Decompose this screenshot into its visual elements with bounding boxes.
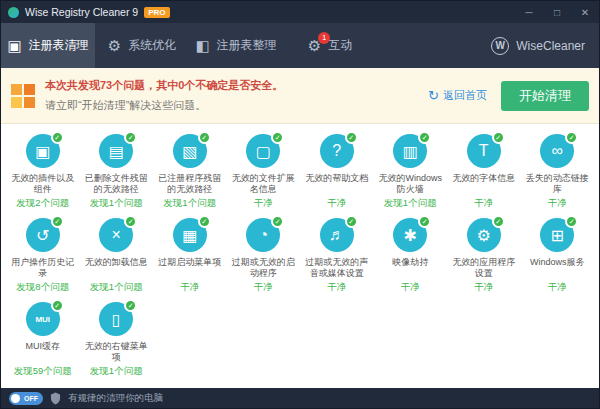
scan-item-status[interactable]: 发现1个问题 xyxy=(90,281,143,294)
scan-item-icon-wrap: ↺✓ xyxy=(24,216,62,254)
maximize-button[interactable]: □ xyxy=(543,1,571,23)
check-icon[interactable]: ✓ xyxy=(124,215,137,228)
scan-item-label: 无效的插件以及组件 xyxy=(8,173,78,194)
scan-item-label: 映像劫持 xyxy=(375,257,445,278)
check-icon[interactable]: ✓ xyxy=(51,131,64,144)
scan-item-icon-wrap: ♬✓ xyxy=(318,216,356,254)
check-icon[interactable]: ✓ xyxy=(124,131,137,144)
scan-item-label: 无效的应用程序设置 xyxy=(449,257,519,278)
start-clean-button[interactable]: 开始清理 xyxy=(501,81,589,111)
scan-result-summary: 本次共发现73个问题，其中0个不确定是否安全。 xyxy=(45,78,283,93)
scan-item[interactable]: ?✓无效的帮助文档干净 xyxy=(300,132,374,216)
scan-item-status[interactable]: 发现1个问题 xyxy=(90,365,143,378)
scan-item-label: 过期启动菜单项 xyxy=(155,257,225,278)
scan-item[interactable]: ⚙✓无效的应用程序设置干净 xyxy=(447,216,521,300)
summary-grid-icon xyxy=(11,84,35,108)
scan-item-icon-wrap: ◔✓ xyxy=(244,216,282,254)
scan-item-label: MUI缓存 xyxy=(8,341,78,362)
scan-item-label: 无效的右键菜单项 xyxy=(81,341,151,362)
check-icon[interactable]: ✓ xyxy=(492,215,505,228)
scan-item-status[interactable]: 发现1个问题 xyxy=(163,197,216,210)
scan-item[interactable]: ◔✓过期或无效的启动程序干净 xyxy=(227,216,301,300)
refresh-icon: ↻ xyxy=(428,88,439,103)
scan-item-icon-wrap: ⊞✓ xyxy=(538,216,576,254)
check-icon[interactable]: ✓ xyxy=(345,131,358,144)
close-button[interactable]: ✕ xyxy=(571,1,599,23)
scan-item[interactable]: ▯✓无效的右键菜单项发现1个问题 xyxy=(80,300,154,384)
check-icon[interactable]: ✓ xyxy=(418,215,431,228)
tab-system-tuneup[interactable]: ⚙系统优化 xyxy=(95,23,189,68)
scan-item[interactable]: ♬✓过期或无效的声音或媒体设置干净 xyxy=(300,216,374,300)
scan-item[interactable]: ∞✓丢失的动态链接库干净 xyxy=(521,132,595,216)
scan-item-status: 干净 xyxy=(401,281,420,294)
scan-item-icon-wrap: ▢✓ xyxy=(244,132,282,170)
scan-item-status: 干净 xyxy=(254,197,273,210)
scan-item-icon-wrap: ▧✓ xyxy=(171,132,209,170)
scan-item-icon-wrap: ▥✓ xyxy=(391,132,429,170)
check-icon[interactable]: ✓ xyxy=(492,131,505,144)
scan-item[interactable]: ✱✓映像劫持干净 xyxy=(374,216,448,300)
tab-label: 注册表清理 xyxy=(29,37,89,54)
shield-icon xyxy=(50,392,61,405)
scan-item-status[interactable]: 发现59个问题 xyxy=(14,365,72,378)
back-home-link[interactable]: ↻ 返回首页 xyxy=(428,88,487,103)
scan-item[interactable]: ▤✓已删除文件残留的无效路径发现1个问题 xyxy=(80,132,154,216)
scan-item-status[interactable]: 发现1个问题 xyxy=(90,197,143,210)
check-icon[interactable]: ✓ xyxy=(418,131,431,144)
scan-item-status: 干净 xyxy=(180,281,199,294)
scan-item[interactable]: ⊞✓Windows服务干净 xyxy=(521,216,595,300)
app-window: Wise Registry Cleaner 9 PRO ─ □ ✕ ▣注册表清理… xyxy=(0,0,600,409)
scan-item[interactable]: T✓无效的字体信息干净 xyxy=(447,132,521,216)
title-bar: Wise Registry Cleaner 9 PRO ─ □ ✕ xyxy=(1,1,599,23)
check-icon[interactable]: ✓ xyxy=(345,215,358,228)
scan-item-status: 干净 xyxy=(548,281,567,294)
check-icon[interactable]: ✓ xyxy=(51,299,64,312)
tab-registry-clean[interactable]: ▣注册表清理 xyxy=(1,23,95,68)
notice-texts: 本次共发现73个问题，其中0个不确定是否安全。 请立即“开始清理”解决这些问题。 xyxy=(45,78,283,113)
check-icon[interactable]: ✓ xyxy=(565,131,578,144)
scan-item[interactable]: ▦✓过期启动菜单项干净 xyxy=(153,216,227,300)
scan-item-icon-wrap: ▦✓ xyxy=(171,216,209,254)
check-icon[interactable]: ✓ xyxy=(51,215,64,228)
check-icon[interactable]: ✓ xyxy=(124,299,137,312)
scan-item-status[interactable]: 发现1个问题 xyxy=(384,197,437,210)
tab-registry-defrag[interactable]: ◧注册表整理 xyxy=(189,23,283,68)
toggle-label: OFF xyxy=(24,395,38,402)
tab-label: 互动 xyxy=(328,37,352,54)
gear-icon: ⚙ xyxy=(108,38,121,53)
scan-item[interactable]: MUI✓MUI缓存发现59个问题 xyxy=(6,300,80,384)
scan-item-icon-wrap: ▯✓ xyxy=(97,300,135,338)
window-title: Wise Registry Cleaner 9 xyxy=(25,6,138,18)
defrag-icon: ◧ xyxy=(195,38,209,53)
scheduled-clean-toggle[interactable]: OFF xyxy=(9,392,43,405)
check-icon[interactable]: ✓ xyxy=(565,215,578,228)
scan-item-label: Windows服务 xyxy=(522,257,592,278)
scan-item-status: 干净 xyxy=(548,197,567,210)
check-icon[interactable]: ✓ xyxy=(198,131,211,144)
window-controls: ─ □ ✕ xyxy=(515,1,599,23)
scan-item[interactable]: ▥✓无效的Windows防火墙发现1个问题 xyxy=(374,132,448,216)
tab-community[interactable]: ⚙1互动 xyxy=(283,23,377,68)
check-icon[interactable]: ✓ xyxy=(271,131,284,144)
minimize-button[interactable]: ─ xyxy=(515,1,543,23)
scan-item-label: 过期或无效的声音或媒体设置 xyxy=(302,257,372,278)
tab-label: 注册表整理 xyxy=(217,37,277,54)
scan-item[interactable]: ×✓无效的卸载信息发现1个问题 xyxy=(80,216,154,300)
scan-item-icon-wrap: ∞✓ xyxy=(538,132,576,170)
scan-item[interactable]: ▣✓无效的插件以及组件发现2个问题 xyxy=(6,132,80,216)
notice-actions: ↻ 返回首页 开始清理 xyxy=(428,81,589,111)
scan-item-status[interactable]: 发现2个问题 xyxy=(16,197,69,210)
scan-item-label: 过期或无效的启动程序 xyxy=(228,257,298,278)
scan-item-icon-wrap: ×✓ xyxy=(97,216,135,254)
notice-bar: 本次共发现73个问题，其中0个不确定是否安全。 请立即“开始清理”解决这些问题。… xyxy=(1,68,599,124)
tab-bar: ▣注册表清理⚙系统优化◧注册表整理⚙1互动 W WiseCleaner xyxy=(1,23,599,68)
scan-item-label: 无效的文件扩展名信息 xyxy=(228,173,298,194)
scan-result-hint: 请立即“开始清理”解决这些问题。 xyxy=(45,98,283,113)
scan-item-status[interactable]: 发现8个问题 xyxy=(16,281,69,294)
pro-badge: PRO xyxy=(144,7,169,18)
check-icon[interactable]: ✓ xyxy=(271,215,284,228)
scan-item[interactable]: ▧✓已注册程序残留的无效路径发现1个问题 xyxy=(153,132,227,216)
scan-item[interactable]: ↺✓用户操作历史记录发现8个问题 xyxy=(6,216,80,300)
check-icon[interactable]: ✓ xyxy=(198,215,211,228)
scan-item[interactable]: ▢✓无效的文件扩展名信息干净 xyxy=(227,132,301,216)
